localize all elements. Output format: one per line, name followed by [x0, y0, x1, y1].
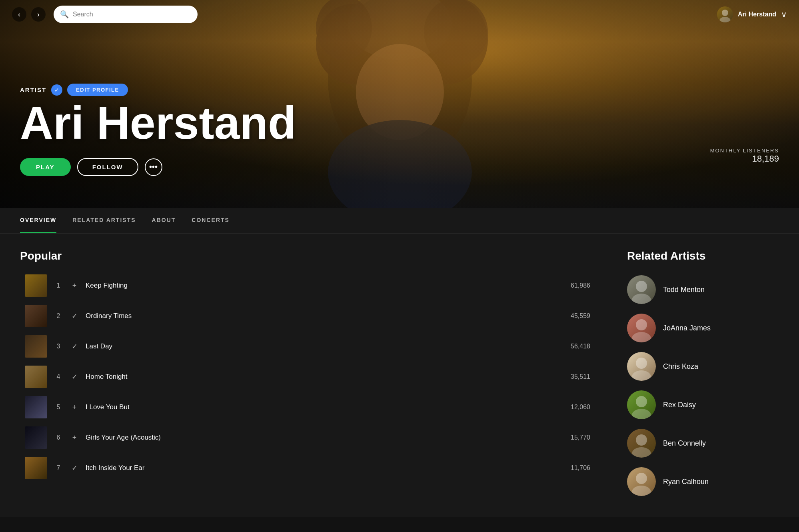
search-input[interactable]	[73, 11, 191, 18]
track-row[interactable]: 7 ✓ Itch Inside Your Ear 11,706	[20, 453, 595, 483]
artist-name: JoAnna James	[663, 324, 711, 332]
track-action-icon[interactable]: +	[70, 403, 79, 412]
popular-section: Popular 1 + Keep Fighting 61,986 2 ✓ Ord…	[20, 250, 595, 501]
track-row[interactable]: 3 ✓ Last Day 56,418	[20, 331, 595, 362]
artist-row[interactable]: Ryan Calhoun	[627, 462, 779, 501]
verified-badge: ✓	[51, 84, 62, 96]
artist-name: Chris Koza	[663, 362, 698, 371]
forward-button[interactable]: ›	[31, 7, 46, 22]
artist-label: ARTIST	[20, 86, 46, 93]
artist-name: Rex Daisy	[663, 401, 696, 409]
artist-name: Ryan Calhoun	[663, 478, 709, 486]
track-number: 7	[54, 464, 63, 472]
track-action-icon[interactable]: ✓	[70, 342, 79, 351]
track-play-count: 61,986	[571, 282, 590, 289]
svg-point-19	[632, 409, 651, 419]
hero-content: ARTIST ✓ EDIT PROFILE Ari Herstand PLAY …	[20, 84, 296, 176]
track-thumbnail	[25, 274, 47, 297]
related-artists-title: Related Artists	[627, 250, 779, 262]
search-icon: 🔍	[60, 10, 69, 19]
track-row[interactable]: 5 + I Love You But 12,060	[20, 392, 595, 422]
edit-profile-button[interactable]: EDIT PROFILE	[67, 84, 128, 96]
artist-list: Todd Menton JoAnna James Chris Koza	[627, 270, 779, 501]
track-name: Last Day	[86, 342, 564, 350]
artist-name: Todd Menton	[663, 286, 705, 294]
artist-row[interactable]: JoAnna James	[627, 309, 779, 347]
track-name: Keep Fighting	[86, 282, 564, 290]
track-number: 1	[54, 282, 63, 289]
artist-avatar	[627, 467, 656, 496]
topbar: ‹ › 🔍 Ari Herstand ∨	[0, 0, 799, 29]
verified-icon: ✓	[54, 87, 59, 93]
track-thumbnail	[25, 457, 47, 479]
follow-button[interactable]: FOLLOW	[77, 158, 138, 176]
artist-row[interactable]: Ben Connelly	[627, 424, 779, 462]
track-list: 1 + Keep Fighting 61,986 2 ✓ Ordinary Ti…	[20, 270, 595, 483]
artist-avatar	[627, 390, 656, 419]
track-play-count: 45,559	[571, 312, 590, 320]
search-bar: 🔍	[54, 6, 198, 23]
svg-point-15	[632, 332, 651, 342]
artist-avatar	[627, 314, 656, 342]
chevron-down-icon[interactable]: ∨	[781, 10, 787, 19]
hero-section: ARTIST ✓ EDIT PROFILE Ari Herstand PLAY …	[0, 0, 799, 208]
artist-row[interactable]: Rex Daisy	[627, 386, 779, 424]
track-row[interactable]: 6 + Girls Your Age (Acoustic) 15,770	[20, 422, 595, 453]
track-action-icon[interactable]: ✓	[70, 372, 79, 381]
back-button[interactable]: ‹	[12, 7, 26, 22]
monthly-listeners-count: 18,189	[710, 154, 779, 164]
track-action-icon[interactable]: +	[70, 434, 79, 442]
track-action-icon[interactable]: ✓	[70, 312, 79, 320]
track-action-icon[interactable]: ✓	[70, 464, 79, 472]
popular-title: Popular	[20, 250, 595, 262]
track-action-icon[interactable]: +	[70, 282, 79, 290]
svg-point-16	[636, 358, 647, 369]
tabs-bar: OVERVIEW RELATED ARTISTS ABOUT CONCERTS	[0, 208, 799, 234]
track-row[interactable]: 4 ✓ Home Tonight 35,511	[20, 362, 595, 392]
track-name: Home Tonight	[86, 373, 564, 381]
related-artists-section: Related Artists Todd Menton JoAnna James	[627, 250, 779, 501]
track-name: Itch Inside Your Ear	[86, 464, 564, 472]
svg-point-22	[636, 473, 647, 484]
svg-point-0	[722, 10, 728, 16]
track-row[interactable]: 2 ✓ Ordinary Times 45,559	[20, 301, 595, 331]
tab-about[interactable]: ABOUT	[152, 208, 176, 233]
svg-point-12	[636, 281, 647, 292]
hero-actions: PLAY FOLLOW •••	[20, 158, 296, 176]
track-thumbnail	[25, 366, 47, 388]
tab-concerts[interactable]: CONCERTS	[192, 208, 230, 233]
track-name: Girls Your Age (Acoustic)	[86, 434, 564, 442]
more-options-button[interactable]: •••	[145, 158, 162, 176]
artist-title: Ari Herstand	[20, 100, 296, 146]
track-thumbnail	[25, 396, 47, 418]
tab-related-artists[interactable]: RELATED ARTISTS	[72, 208, 136, 233]
track-name: I Love You But	[86, 403, 564, 411]
topbar-right: Ari Herstand ∨	[717, 6, 787, 22]
svg-point-14	[636, 319, 647, 330]
track-number: 4	[54, 373, 63, 380]
track-number: 2	[54, 312, 63, 320]
monthly-listeners: MONTHLY LISTENERS 18,189	[710, 148, 779, 164]
svg-point-21	[632, 447, 651, 458]
svg-point-18	[636, 396, 647, 407]
svg-point-17	[632, 370, 651, 381]
tab-overview[interactable]: OVERVIEW	[20, 208, 56, 233]
artist-row[interactable]: Todd Menton	[627, 270, 779, 309]
track-thumbnail	[25, 426, 47, 449]
artist-row[interactable]: Chris Koza	[627, 347, 779, 386]
track-play-count: 56,418	[571, 343, 590, 350]
svg-point-20	[636, 434, 647, 446]
svg-point-23	[632, 486, 651, 496]
svg-point-1	[719, 17, 731, 22]
artist-name: Ben Connelly	[663, 439, 706, 448]
track-row[interactable]: 1 + Keep Fighting 61,986	[20, 270, 595, 301]
avatar	[717, 6, 733, 22]
play-button[interactable]: PLAY	[20, 158, 71, 176]
artist-avatar	[627, 275, 656, 304]
user-name-label: Ari Herstand	[738, 11, 776, 18]
track-thumbnail	[25, 305, 47, 327]
track-number: 6	[54, 434, 63, 441]
artist-avatar	[627, 429, 656, 458]
track-play-count: 35,511	[571, 373, 590, 380]
track-number: 5	[54, 404, 63, 411]
